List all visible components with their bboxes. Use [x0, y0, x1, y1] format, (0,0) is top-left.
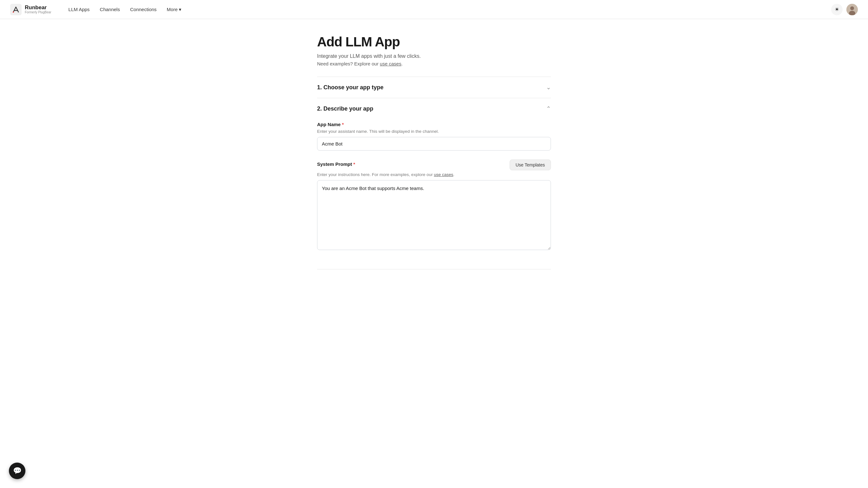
- svg-rect-0: [10, 4, 22, 15]
- logo-title: Runbear: [25, 5, 51, 11]
- page-subtitle: Integrate your LLM apps with just a few …: [317, 53, 551, 59]
- system-prompt-hint-prefix: Enter your instructions here. For more e…: [317, 172, 434, 177]
- app-name-required: *: [342, 122, 344, 127]
- use-cases-link-header[interactable]: use cases: [380, 61, 402, 66]
- nav-more-chevron: ▾: [179, 7, 181, 12]
- app-name-hint: Enter your assistant name. This will be …: [317, 129, 551, 134]
- app-name-input[interactable]: [317, 137, 551, 151]
- section1-header[interactable]: 1. Choose your app type ⌄: [317, 77, 551, 98]
- app-name-field-group: App Name * Enter your assistant name. Th…: [317, 122, 551, 151]
- chat-fab-button[interactable]: 💬: [9, 463, 25, 479]
- system-prompt-required: *: [353, 161, 355, 167]
- svg-point-3: [850, 6, 854, 10]
- system-prompt-label-group: System Prompt *: [317, 161, 355, 169]
- section1-title: 1. Choose your app type: [317, 84, 383, 91]
- avatar-image: [846, 4, 858, 15]
- system-prompt-row: System Prompt * Use Templates: [317, 159, 551, 170]
- use-templates-button[interactable]: Use Templates: [509, 159, 551, 170]
- system-prompt-label-text: System Prompt: [317, 161, 352, 167]
- chat-fab-icon: 💬: [13, 467, 22, 475]
- logo-icon: [10, 4, 22, 15]
- user-avatar[interactable]: [846, 4, 858, 15]
- nav-llm-apps[interactable]: LLM Apps: [64, 5, 94, 14]
- section2-chevron: ⌃: [546, 105, 551, 112]
- page-title: Add LLM App: [317, 34, 551, 50]
- hint-prefix: Need examples? Explore our: [317, 61, 380, 66]
- navbar: Runbear Formerly PlugBear LLM Apps Chann…: [0, 0, 868, 19]
- system-prompt-hint-suffix: .: [453, 172, 454, 177]
- system-prompt-hint: Enter your instructions here. For more e…: [317, 172, 551, 177]
- app-name-label: App Name *: [317, 122, 551, 127]
- section2-title: 2. Describe your app: [317, 105, 373, 112]
- theme-toggle-button[interactable]: ☀: [831, 4, 843, 15]
- main-content: Add LLM App Integrate your LLM apps with…: [307, 19, 561, 285]
- use-cases-link-prompt[interactable]: use cases: [434, 172, 454, 177]
- svg-point-1: [13, 11, 14, 13]
- section2-content: App Name * Enter your assistant name. Th…: [317, 119, 551, 269]
- nav-channels[interactable]: Channels: [95, 5, 124, 14]
- logo[interactable]: Runbear Formerly PlugBear: [10, 4, 51, 15]
- page-hint: Need examples? Explore our use cases.: [317, 61, 551, 66]
- nav-links: LLM Apps Channels Connections More ▾: [64, 5, 831, 14]
- system-prompt-label: System Prompt *: [317, 161, 355, 167]
- hint-suffix: .: [401, 61, 403, 66]
- system-prompt-field-group: System Prompt * Use Templates Enter your…: [317, 159, 551, 251]
- section-choose-app-type: 1. Choose your app type ⌄: [317, 77, 551, 98]
- section2-header[interactable]: 2. Describe your app ⌃: [317, 98, 551, 119]
- nav-right: ☀: [831, 4, 858, 15]
- section-describe-app: 2. Describe your app ⌃ App Name * Enter …: [317, 98, 551, 269]
- section1-chevron: ⌄: [546, 84, 551, 91]
- logo-text: Runbear Formerly PlugBear: [25, 5, 51, 14]
- system-prompt-textarea[interactable]: [317, 180, 551, 250]
- app-name-label-text: App Name: [317, 122, 341, 127]
- nav-more[interactable]: More ▾: [162, 5, 186, 14]
- nav-more-label: More: [167, 7, 178, 12]
- nav-connections[interactable]: Connections: [125, 5, 161, 14]
- logo-subtitle: Formerly PlugBear: [25, 10, 51, 14]
